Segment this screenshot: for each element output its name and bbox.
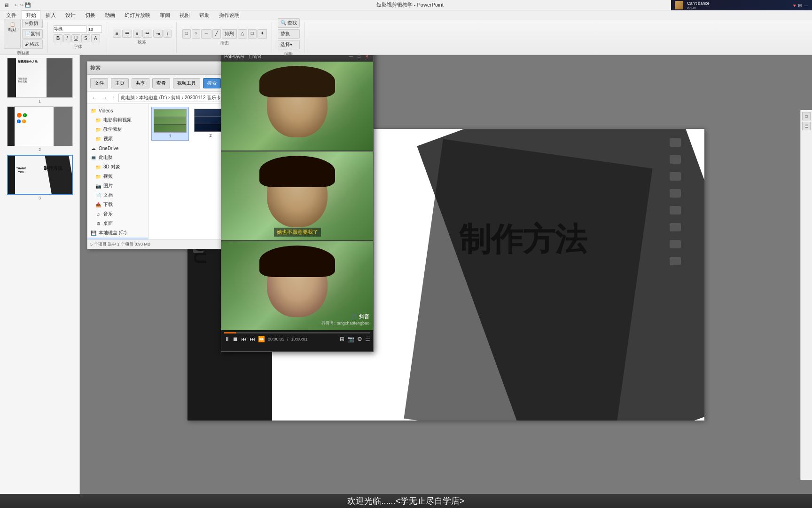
tab-slideshow[interactable]: 幻灯片放映 <box>120 10 155 20</box>
pp-settings-button[interactable]: ⚙ <box>357 336 362 342</box>
pp-play-button[interactable]: ⏸ <box>224 336 230 342</box>
pp-stop-button[interactable]: ⏹ <box>233 336 238 342</box>
fe-sidebar-downloads[interactable]: 📥 下载 <box>87 200 148 209</box>
pp-prev-button[interactable]: ⏮ <box>241 336 247 342</box>
fe-sidebar-videos3-label: 视频 <box>103 173 113 180</box>
music-widget: Can't dance Arjun ♥ ⊞ — <box>671 0 812 10</box>
fe-tab-view[interactable]: 查看 <box>152 78 170 88</box>
shadow-button[interactable]: A <box>91 34 100 42</box>
fe-sidebar-videos3[interactable]: 📁 视频 <box>87 172 148 181</box>
font-family-input[interactable] <box>54 25 86 33</box>
fe-sidebar-video2-icon: 📁 <box>95 135 102 142</box>
pp-zoom-button[interactable]: ⊞ <box>340 336 344 342</box>
pp-watermark-app: 🎵 抖音 <box>321 313 369 320</box>
fe-sidebar-videos3-icon: 📁 <box>95 173 102 180</box>
right-panel-btn-1[interactable]: □ <box>802 112 811 120</box>
tab-insert[interactable]: 插入 <box>41 10 60 20</box>
select-button[interactable]: 选择▾ <box>278 40 300 49</box>
fe-sidebar-desktop[interactable]: 🖥 桌面 <box>87 219 148 228</box>
clipboard-buttons[interactable]: 📋 粘贴 ✂剪切 📄复制 🖌格式 <box>4 19 43 49</box>
replace-button[interactable]: 替换 <box>278 29 300 39</box>
fe-forward-button[interactable]: → <box>101 95 109 101</box>
underline-button[interactable]: U <box>71 34 80 42</box>
shape-arrow-button[interactable]: → <box>201 29 211 39</box>
tab-view[interactable]: 视图 <box>175 10 194 20</box>
right-panel-btn-2[interactable]: ☰ <box>802 122 811 130</box>
music-next-button[interactable]: ⊞ <box>798 3 802 8</box>
tab-review[interactable]: 审阅 <box>156 10 174 20</box>
potplayer-window: PotPlayer 1.mp4 — □ ✕ 她也不愿意要我了 <box>221 51 374 352</box>
shape-line-button[interactable]: ╱ <box>212 29 221 39</box>
shape-circle-button[interactable]: ○ <box>192 29 200 39</box>
paste-button[interactable]: 📋 粘贴 <box>4 19 21 49</box>
spacing-button[interactable]: ↕ <box>164 30 172 38</box>
fe-tab-share[interactable]: 共享 <box>132 78 149 88</box>
italic-button[interactable]: I <box>63 34 70 42</box>
fe-sidebar-onedrive-label: OneDrive <box>99 146 118 151</box>
fe-sidebar-movie-clips[interactable]: 📁 电影剪辑视频 <box>87 115 148 125</box>
fe-tab-search[interactable]: 搜索 <box>203 78 221 88</box>
effects-button[interactable]: ✦ <box>258 29 267 39</box>
fe-sidebar-docs[interactable]: 📄 文档 <box>87 190 148 200</box>
fe-sidebar-music-label: 音乐 <box>103 211 113 217</box>
fe-sidebar-docs-label: 文档 <box>103 192 113 198</box>
fe-sidebar-music[interactable]: ♫ 音乐 <box>87 209 148 219</box>
list-button[interactable]: ☱ <box>142 30 152 38</box>
pp-snapshot-button[interactable]: 📷 <box>347 336 354 342</box>
font-size-input[interactable] <box>88 25 102 33</box>
cut-button[interactable]: ✂剪切 <box>22 19 43 28</box>
bold-button[interactable]: B <box>54 34 62 42</box>
font-label: 字体 <box>74 44 82 50</box>
paragraph-label: 段落 <box>138 39 146 45</box>
fe-sidebar-teaching[interactable]: 📁 教学素材 <box>87 125 148 134</box>
pp-fast-forward-button[interactable]: ⏩ <box>258 336 265 342</box>
fill-button[interactable]: △ <box>238 29 247 39</box>
fe-sidebar-3dobj[interactable]: 📁 3D 对象 <box>87 162 148 172</box>
strikethrough-button[interactable]: S <box>81 34 90 42</box>
ribbon-tabs[interactable]: 文件 开始 插入 设计 切换 动画 幻灯片放映 审阅 视图 帮助 操作说明 <box>0 10 812 20</box>
fe-back-button[interactable]: ← <box>90 95 99 101</box>
fe-tab-file[interactable]: 文件 <box>90 78 108 88</box>
fe-tab-home[interactable]: 主页 <box>111 78 129 88</box>
fe-sidebar-pictures[interactable]: 📷 图片 <box>87 181 148 190</box>
align-center-button[interactable]: ☰ <box>122 30 132 38</box>
fe-sidebar-drive-c[interactable]: 💾 本地磁盘 (C:) <box>87 228 148 238</box>
music-like-button[interactable]: ♥ <box>793 3 796 8</box>
fe-file-1[interactable]: 1 <box>151 107 189 141</box>
music-minimize-button[interactable]: — <box>804 3 808 8</box>
arrange-button[interactable]: 排列 <box>222 29 237 39</box>
fe-tab-videotools[interactable]: 视频工具 <box>173 78 200 88</box>
tab-help[interactable]: 帮助 <box>195 10 214 20</box>
find-button[interactable]: 🔍 查找 <box>278 18 300 28</box>
fe-sidebar-video2[interactable]: 📁 视频 <box>87 134 148 143</box>
fe-sidebar-videos[interactable]: 📁 Videos <box>87 106 148 115</box>
tab-design[interactable]: 设计 <box>61 10 80 20</box>
pp-next-button[interactable]: ⏭ <box>250 336 255 342</box>
copy-button[interactable]: 📄复制 <box>22 29 43 39</box>
fe-up-button[interactable]: ↑ <box>111 95 117 101</box>
shape-rect-button[interactable]: □ <box>182 29 191 39</box>
tab-actions[interactable]: 操作说明 <box>215 10 244 20</box>
tab-animations[interactable]: 动画 <box>101 10 119 20</box>
ribbon-group-clipboard: 📋 粘贴 ✂剪切 📄复制 🖌格式 剪贴板 <box>4 22 48 53</box>
pp-menu-button[interactable]: ☰ <box>365 336 370 342</box>
fe-sidebar-thispc-label: 此电脑 <box>99 154 113 161</box>
fe-sidebar-thispc[interactable]: 💻 此电脑 <box>87 153 148 162</box>
indent-button[interactable]: ⇥ <box>153 30 163 38</box>
fe-sidebar-onedrive[interactable]: ☁ OneDrive <box>87 143 148 153</box>
slide-thumb-2[interactable]: 2 4 3 5 2 <box>2 106 78 152</box>
music-controls[interactable]: ♥ ⊞ — <box>793 3 808 8</box>
align-right-button[interactable]: ≡ <box>133 30 141 38</box>
cn-title-text: 制作方法 <box>459 218 587 261</box>
pp-progress-bar[interactable] <box>224 332 370 333</box>
slide-thumb-3[interactable]: THANKYOU 制作方法 3 <box>2 155 78 200</box>
pp-watermark-id: 抖音号: tangchaofengbao <box>321 320 369 326</box>
format-painter-button[interactable]: 🖌格式 <box>22 40 43 49</box>
pp-extra-controls[interactable]: ⊞ 📷 ⚙ ☰ <box>340 336 370 342</box>
fe-sidebar-downloads-label: 下载 <box>103 201 113 208</box>
ribbon: 文件 开始 插入 设计 切换 动画 幻灯片放映 审阅 视图 帮助 操作说明 📋 … <box>0 10 812 55</box>
align-left-button[interactable]: ≡ <box>113 30 121 38</box>
tab-transitions[interactable]: 切换 <box>81 10 100 20</box>
slide-thumb-1[interactable]: 短视频制作方法 电影剪辑 制作流程 1 <box>2 58 78 103</box>
outline-button[interactable]: □ <box>248 29 257 39</box>
